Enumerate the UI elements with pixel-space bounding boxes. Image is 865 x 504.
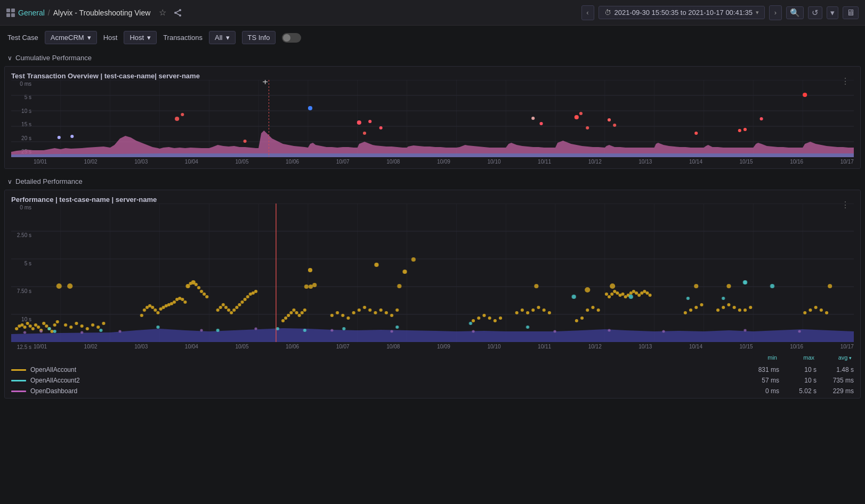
svg-point-40: [579, 112, 583, 115]
svg-point-160: [379, 308, 383, 312]
svg-point-45: [738, 129, 741, 132]
legend-max-openallaccount2: 10 s: [779, 377, 817, 384]
ts-info-button[interactable]: TS Info: [242, 31, 276, 44]
svg-point-130: [232, 308, 236, 312]
svg-point-29: [58, 136, 61, 139]
chart1-container: 25 s 20 s 15 s 10 s 5 s 0 ms: [11, 80, 854, 166]
svg-point-156: [358, 308, 361, 312]
svg-point-157: [363, 306, 366, 309]
svg-point-48: [803, 93, 807, 97]
chart2-x-label-7: 10/08: [386, 344, 400, 349]
app-grid-icon[interactable]: [6, 9, 15, 17]
x-label-12: 10/13: [638, 159, 652, 165]
chevron-down-icon[interactable]: ▾: [827, 6, 838, 19]
svg-point-97: [96, 326, 100, 329]
svg-point-171: [499, 316, 502, 320]
monitor-icon[interactable]: 🖥: [843, 6, 859, 19]
svg-point-84: [45, 324, 48, 328]
legend-stats-opendashboard: 0 ms 5.02 s 229 ms: [742, 387, 854, 395]
x-label-10: 10/11: [538, 159, 551, 165]
svg-point-80: [34, 323, 37, 327]
svg-point-159: [374, 311, 377, 314]
chart1-x-axis: 10/01 10/02 10/03 10/04 10/05 10/06 10/0…: [34, 157, 854, 166]
svg-point-98: [102, 322, 105, 325]
test-case-dropdown[interactable]: AcmeCRM ▾: [45, 31, 97, 44]
legend-item-openallaccount2: OpenAllAccount2 57 ms 10 s 735 ms: [11, 376, 854, 385]
svg-point-247: [390, 330, 393, 333]
search-icon[interactable]: 🔍: [786, 6, 804, 19]
svg-point-241: [40, 330, 43, 333]
svg-point-249: [553, 330, 556, 333]
svg-point-175: [526, 311, 529, 314]
time-range-button[interactable]: ⏱ 2021-09-30 15:50:35 to 2021-10-17 00:4…: [599, 6, 765, 19]
svg-point-161: [385, 311, 388, 314]
svg-point-182: [586, 308, 589, 312]
svg-point-145: [298, 314, 301, 317]
svg-point-179: [548, 311, 551, 314]
svg-point-93: [75, 322, 78, 325]
star-button[interactable]: ☆: [159, 7, 166, 18]
svg-point-201: [645, 291, 649, 295]
chart2-x-label-2: 10/03: [134, 344, 148, 349]
x-label-0: 10/01: [34, 159, 47, 165]
svg-point-210: [722, 306, 725, 309]
chart2-svg: [11, 204, 854, 342]
svg-point-139: [281, 319, 285, 322]
svg-point-144: [295, 311, 298, 314]
share-button[interactable]: [174, 9, 182, 17]
transactions-dropdown[interactable]: All ▾: [209, 31, 235, 44]
svg-point-36: [363, 132, 366, 135]
svg-point-236: [686, 297, 690, 300]
svg-point-234: [572, 295, 576, 299]
chart2-x-label-5: 10/06: [286, 344, 299, 349]
chart2-title: Performance | test-case-name | server-na…: [11, 196, 157, 204]
svg-point-232: [469, 322, 472, 325]
svg-point-180: [575, 319, 578, 322]
chart2-x-label-9: 10/10: [487, 344, 500, 349]
chart2-x-label-8: 10/09: [437, 344, 450, 349]
svg-point-203: [610, 283, 615, 289]
svg-point-148: [304, 284, 309, 289]
svg-point-119: [195, 283, 198, 286]
svg-point-235: [629, 295, 633, 299]
svg-point-33: [357, 120, 361, 125]
svg-point-107: [162, 306, 165, 309]
detailed-section-header[interactable]: ∨ Detailed Performance: [0, 173, 865, 190]
host-dropdown[interactable]: Host ▾: [124, 31, 157, 44]
svg-point-205: [689, 308, 692, 312]
ts-info-toggle[interactable]: [282, 33, 301, 43]
svg-point-37: [531, 117, 535, 120]
svg-point-75: [20, 323, 23, 327]
legend-avg-openallaccount: 1.48 s: [817, 366, 854, 373]
svg-point-253: [798, 330, 801, 333]
legend-name-opendashboard: OpenDashboard: [30, 387, 742, 395]
refresh-icon[interactable]: ↺: [808, 6, 822, 19]
svg-point-215: [749, 306, 752, 309]
next-time-button[interactable]: ›: [769, 5, 782, 20]
breadcrumb-general[interactable]: General: [18, 9, 45, 17]
chart2-x-label-15: 10/16: [790, 344, 803, 349]
svg-point-103: [151, 306, 154, 309]
transactions-value: All: [215, 34, 222, 42]
svg-point-227: [216, 329, 220, 332]
svg-point-153: [341, 314, 344, 317]
svg-point-111: [173, 300, 176, 304]
svg-point-91: [64, 323, 67, 327]
x-label-4: 10/05: [235, 159, 248, 165]
prev-time-button[interactable]: ‹: [581, 5, 594, 20]
stat-header-avg: avg ▾: [814, 354, 852, 361]
host-label: Host: [103, 34, 118, 42]
svg-point-126: [222, 303, 225, 306]
svg-point-122: [203, 292, 206, 296]
svg-point-208: [694, 284, 698, 288]
svg-point-196: [632, 290, 635, 293]
legend: OpenAllAccount 831 ms 10 s 1.48 s OpenAl…: [11, 365, 854, 396]
svg-point-198: [637, 294, 641, 297]
svg-point-128: [227, 308, 230, 312]
cumulative-section-header[interactable]: ∨ Cumulative Performance: [0, 50, 865, 66]
time-range-chevron: ▾: [756, 9, 759, 16]
svg-point-250: [608, 329, 610, 332]
transactions-label: Transactions: [163, 34, 203, 42]
x-label-8: 10/09: [437, 159, 450, 165]
breadcrumb-title: Alyvix - Troubleshooting View: [53, 9, 151, 17]
